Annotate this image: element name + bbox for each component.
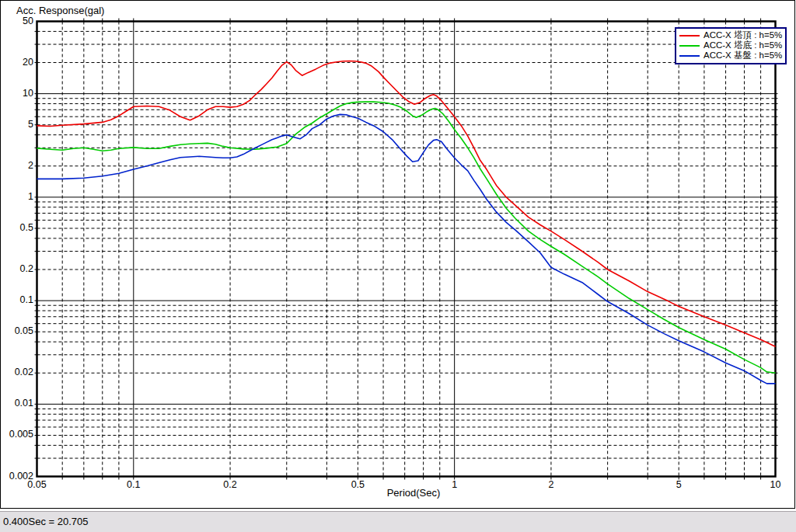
y-tick-label: 10 (1, 88, 33, 99)
x-tick-label: 0.5 (336, 479, 379, 490)
legend-item: ACC-X 塔底 : h=5% (679, 40, 782, 50)
y-tick-label: 5 (1, 119, 33, 130)
legend-item: ACC-X 塔頂 : h=5% (679, 30, 782, 40)
y-tick-label: 0.02 (1, 367, 33, 377)
legend-label: ACC-X 塔頂 : h=5% (703, 30, 782, 40)
legend-label: ACC-X 基盤 : h=5% (703, 50, 782, 61)
x-tick-label: 0.2 (208, 479, 252, 490)
y-tick-label: 20 (1, 57, 33, 68)
legend-line-swatch (679, 55, 700, 57)
y-tick-label: 2 (1, 160, 33, 171)
legend-label: ACC-X 塔底 : h=5% (703, 40, 782, 50)
spectrum-plot-area[interactable] (1, 1, 795, 508)
series-curve-2 (37, 114, 776, 384)
y-tick-label: 0.1 (1, 294, 33, 305)
x-tick-label: 0.1 (112, 479, 155, 490)
y-tick-label: 0.005 (1, 429, 33, 440)
y-tick-label: 0.01 (1, 398, 33, 409)
x-tick-label: 10 (754, 479, 796, 490)
legend-item: ACC-X 基盤 : h=5% (679, 50, 782, 61)
plot-border (37, 22, 776, 477)
x-tick-label: 2 (529, 479, 573, 490)
legend: ACC-X 塔頂 : h=5%ACC-X 塔底 : h=5%ACC-X 基盤 :… (675, 27, 787, 64)
x-tick-label: 0.05 (16, 479, 59, 490)
legend-line-swatch (679, 35, 700, 37)
y-tick-label: 0.2 (1, 263, 33, 274)
status-bar: 0.400Sec = 20.705 (0, 511, 796, 532)
chart-panel: Acc. Response(gal) 5020105210.50.20.10.0… (0, 0, 795, 509)
legend-line-swatch (679, 45, 700, 47)
y-tick-label: 1 (1, 191, 33, 202)
status-cursor-readout: 0.400Sec = 20.705 (0, 512, 796, 531)
y-tick-label: 50 (1, 16, 33, 26)
x-tick-label: 5 (657, 479, 700, 490)
y-tick-label: 0.5 (1, 222, 33, 233)
series-curve-1 (37, 102, 776, 373)
x-axis-title: Period(Sec) (381, 487, 446, 499)
y-tick-label: 0.05 (1, 325, 33, 336)
